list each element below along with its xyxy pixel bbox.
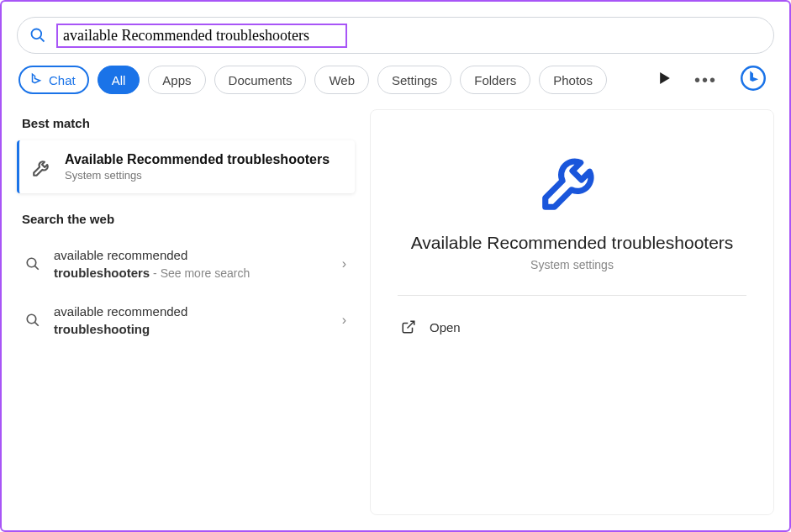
overflow-icon[interactable]: ••• (694, 71, 717, 90)
chevron-right-icon: › (342, 313, 346, 328)
wrench-large-icon (536, 144, 609, 216)
search-icon (25, 313, 40, 328)
filter-folders[interactable]: Folders (460, 66, 530, 94)
search-icon (25, 256, 40, 271)
preview-icon-area (398, 144, 746, 216)
filter-settings[interactable]: Settings (377, 66, 451, 94)
svg-line-7 (408, 321, 414, 328)
search-input[interactable] (63, 27, 340, 45)
wrench-icon (31, 156, 53, 178)
filter-row: Chat All Apps Documents Web Settings Fol… (17, 66, 774, 94)
content-area: Best match Available Recommended trouble… (17, 109, 774, 515)
preview-title: Available Recommended troubleshooters (398, 233, 746, 253)
chat-chip[interactable]: Chat (18, 66, 89, 94)
best-match-subtitle: System settings (65, 169, 330, 182)
best-match-title: Available Recommended troubleshooters (65, 152, 330, 167)
open-action[interactable]: Open (398, 313, 746, 341)
best-match-text: Available Recommended troubleshooters Sy… (65, 152, 330, 182)
preview-panel: Available Recommended troubleshooters Sy… (370, 109, 774, 515)
left-panel: Best match Available Recommended trouble… (17, 109, 370, 515)
svg-point-0 (32, 29, 42, 40)
svg-line-4 (35, 266, 39, 270)
svg-point-5 (27, 314, 36, 324)
search-icon (29, 27, 46, 44)
open-label: Open (430, 320, 461, 334)
filter-apps[interactable]: Apps (148, 66, 205, 94)
svg-line-6 (35, 323, 39, 326)
svg-line-1 (40, 38, 45, 42)
svg-point-3 (27, 259, 36, 268)
web-result-1-text: available recommended troubleshooters - … (54, 246, 329, 282)
filter-all[interactable]: All (98, 66, 140, 94)
search-web-label: Search the web (22, 212, 355, 226)
search-bar[interactable] (17, 17, 774, 54)
best-match-label: Best match (22, 116, 355, 130)
web-result-2-text: available recommended troubleshooting (54, 303, 329, 339)
filter-photos[interactable]: Photos (539, 66, 607, 94)
chat-label: Chat (49, 73, 76, 87)
chevron-right-icon: › (342, 256, 346, 271)
filter-web[interactable]: Web (314, 66, 369, 94)
filter-documents[interactable]: Documents (214, 66, 307, 94)
best-match-result[interactable]: Available Recommended troubleshooters Sy… (17, 140, 355, 193)
bing-icon[interactable] (741, 66, 766, 94)
more-filters-icon[interactable] (659, 72, 671, 87)
divider (398, 295, 746, 296)
web-result-2[interactable]: available recommended troubleshooting › (17, 292, 355, 349)
search-highlight-box (56, 24, 347, 48)
bing-chat-icon (29, 72, 44, 87)
web-result-1[interactable]: available recommended troubleshooters - … (17, 236, 355, 292)
preview-subtitle: System settings (398, 258, 746, 271)
top-right-icons: ••• (659, 66, 773, 94)
open-external-icon (401, 319, 416, 334)
